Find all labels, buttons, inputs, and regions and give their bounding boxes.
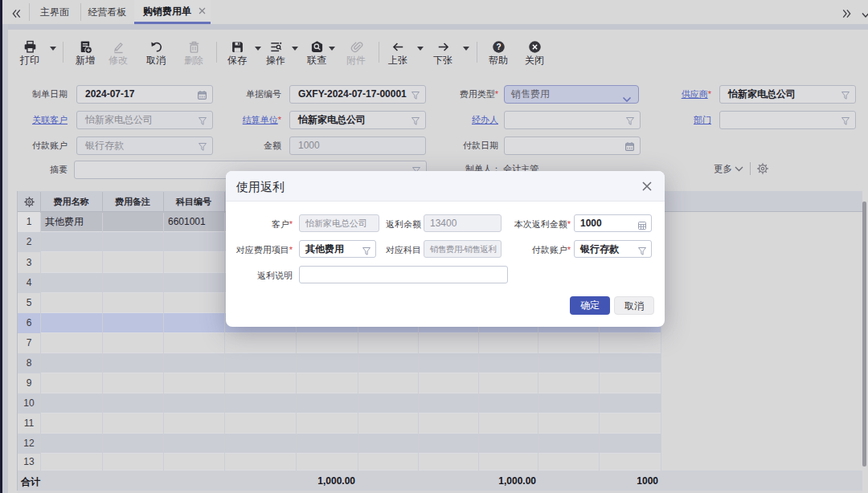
svg-text:?: ? [496, 43, 501, 51]
